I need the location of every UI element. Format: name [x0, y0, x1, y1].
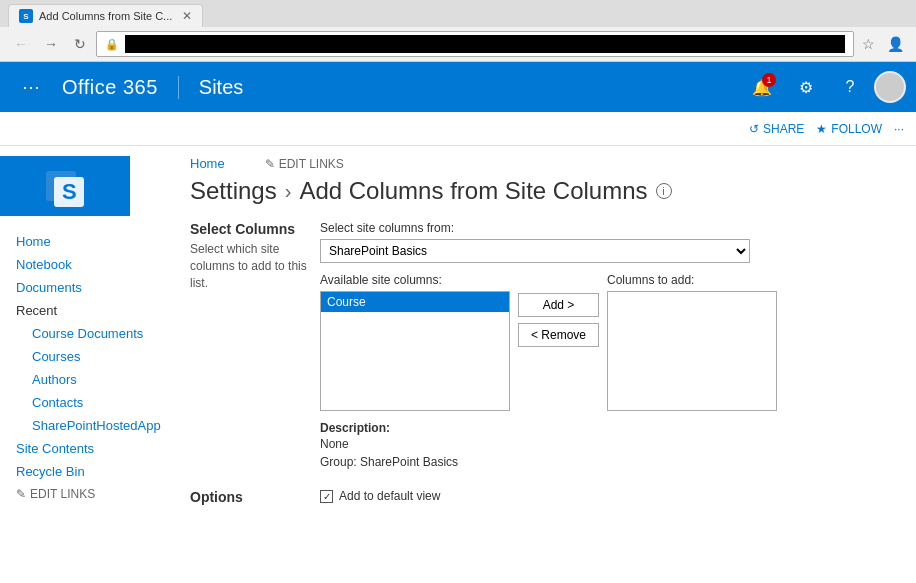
main-layout: S Home Notebook Documents Recent Course … [0, 146, 916, 523]
sidebar-item-sharepointhostedapp[interactable]: SharePointHostedApp [0, 414, 170, 437]
star-follow-icon: ★ [816, 122, 827, 136]
svg-text:S: S [62, 179, 77, 204]
description-label: Description: [320, 421, 896, 435]
title-arrow-icon: › [285, 180, 292, 203]
page-title-settings: Settings [190, 177, 277, 205]
help-button[interactable]: ? [830, 67, 870, 107]
breadcrumb-edit-links[interactable]: ✎ EDIT LINKS [265, 157, 344, 171]
columns-to-add-label: Columns to add: [607, 273, 777, 287]
sidebar-item-home[interactable]: Home [0, 230, 170, 253]
form-right: Select site columns from: SharePoint Bas… [320, 221, 896, 469]
browser-chrome: S Add Columns from Site C... ✕ ← → ↻ 🔒 h… [0, 0, 916, 62]
sp-logo: S [0, 156, 130, 216]
share-link[interactable]: ↺ SHARE [749, 122, 804, 136]
tab-title: Add Columns from Site C... [39, 10, 172, 22]
sidebar-item-authors[interactable]: Authors [0, 368, 170, 391]
group-label: Group: SharePoint Basics [320, 455, 896, 469]
o365-topbar: ⋯ Office 365 Sites 🔔 1 ⚙ ? [0, 62, 916, 112]
available-columns-listbox[interactable]: Course [320, 291, 510, 411]
breadcrumb: Home ✎ EDIT LINKS [190, 156, 896, 171]
forward-button[interactable]: → [38, 34, 64, 54]
add-to-default-view-row: Add to default view [320, 489, 440, 503]
select-from-label: Select site columns from: [320, 221, 896, 235]
sidebar: S Home Notebook Documents Recent Course … [0, 146, 170, 523]
back-button[interactable]: ← [8, 34, 34, 54]
sidebar-item-notebook[interactable]: Notebook [0, 253, 170, 276]
available-columns-label: Available site columns: [320, 273, 510, 287]
browser-nav: ← → ↻ 🔒 https: ☆ 👤 [0, 27, 916, 61]
settings-button[interactable]: ⚙ [786, 67, 826, 107]
tab-favicon: S [19, 9, 33, 23]
select-columns-title: Select Columns [190, 221, 320, 237]
sidebar-item-courses[interactable]: Courses [0, 345, 170, 368]
add-to-default-view-label: Add to default view [339, 489, 440, 503]
options-title: Options [190, 489, 320, 505]
breadcrumb-home-link[interactable]: Home [190, 156, 225, 171]
waffle-menu-button[interactable]: ⋯ [10, 76, 52, 98]
share-icon: ↺ [749, 122, 759, 136]
available-columns-section: Available site columns: Course [320, 273, 510, 411]
sidebar-item-recycle-bin[interactable]: Recycle Bin [0, 460, 170, 483]
description-section: Description: None Group: SharePoint Basi… [320, 421, 896, 469]
add-to-default-view-checkbox[interactable] [320, 490, 333, 503]
description-value: None [320, 437, 896, 451]
pencil-icon: ✎ [16, 487, 26, 501]
options-layout: Options Add to default view [190, 489, 896, 513]
columns-to-add-listbox[interactable] [607, 291, 777, 411]
columns-to-add-section: Columns to add: [607, 273, 777, 411]
page-title-main: Add Columns from Site Columns [299, 177, 647, 205]
select-columns-description: Select which site columns to add to this… [190, 241, 320, 291]
o365-brand-label: Office 365 [52, 76, 178, 99]
notification-button[interactable]: 🔔 1 [742, 67, 782, 107]
options-section: Options Add to default view [190, 489, 896, 513]
sidebar-item-documents[interactable]: Documents [0, 276, 170, 299]
select-from-dropdown[interactable]: SharePoint Basics [320, 239, 750, 263]
listbox-item-course[interactable]: Course [321, 292, 509, 312]
notification-badge: 1 [762, 73, 776, 87]
sidebar-recent-label: Recent [0, 299, 170, 322]
info-icon[interactable]: i [656, 183, 672, 199]
o365-bar-right: 🔔 1 ⚙ ? [742, 67, 906, 107]
columns-section: Available site columns: Course Add > < R… [320, 273, 896, 411]
user-avatar[interactable] [874, 71, 906, 103]
sharepoint-logo-icon: S [40, 161, 90, 211]
follow-link[interactable]: ★ FOLLOW [816, 122, 882, 136]
sidebar-item-site-contents[interactable]: Site Contents [0, 437, 170, 460]
tab-close-button[interactable]: ✕ [182, 9, 192, 23]
add-column-button[interactable]: Add > [518, 293, 599, 317]
refresh-button[interactable]: ↻ [68, 34, 92, 54]
content-area: Home ✎ EDIT LINKS Settings › Add Columns… [170, 146, 916, 523]
bookmark-icon[interactable]: ☆ [858, 36, 879, 52]
options-left-label: Options [190, 489, 320, 513]
form-layout: Select Columns Select which site columns… [190, 221, 896, 469]
form-left-label: Select Columns Select which site columns… [190, 221, 320, 469]
sidebar-edit-links[interactable]: ✎ EDIT LINKS [0, 483, 170, 505]
more-link[interactable]: ··· [894, 122, 904, 136]
page-title: Settings › Add Columns from Site Columns… [190, 177, 896, 205]
browser-tab[interactable]: S Add Columns from Site C... ✕ [8, 4, 203, 27]
columns-buttons: Add > < Remove [518, 273, 599, 347]
sidebar-item-contacts[interactable]: Contacts [0, 391, 170, 414]
breadcrumb-pencil-icon: ✎ [265, 157, 275, 171]
options-right: Add to default view [320, 489, 440, 513]
remove-column-button[interactable]: < Remove [518, 323, 599, 347]
breadcrumb-edit-links-label: EDIT LINKS [279, 157, 344, 171]
sidebar-item-course-documents[interactable]: Course Documents [0, 322, 170, 345]
lock-icon: 🔒 [105, 38, 119, 51]
extensions-icon[interactable]: 👤 [883, 36, 908, 52]
dropdown-row: SharePoint Basics [320, 239, 896, 263]
sp-subnav: ↺ SHARE ★ FOLLOW ··· [0, 112, 916, 146]
edit-links-label: EDIT LINKS [30, 487, 95, 501]
address-text[interactable]: https: [125, 35, 845, 53]
address-bar[interactable]: 🔒 https: [96, 31, 854, 57]
o365-app-name-label: Sites [178, 76, 263, 99]
tab-bar: S Add Columns from Site C... ✕ [0, 0, 916, 27]
